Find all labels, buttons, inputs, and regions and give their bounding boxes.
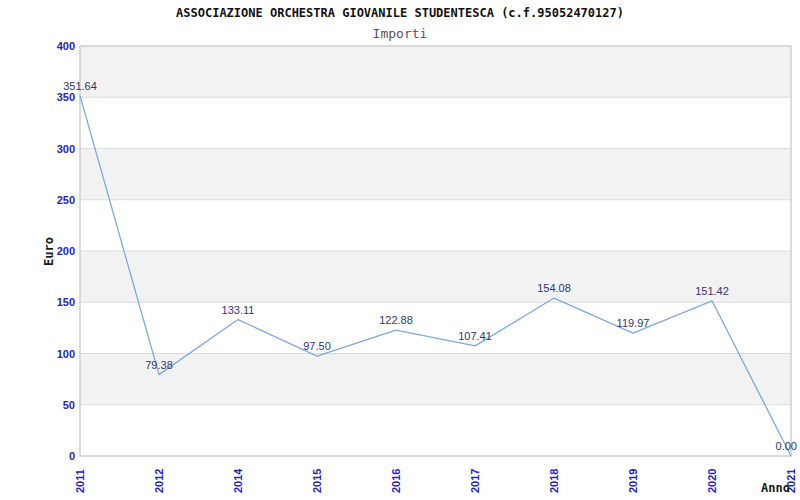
data-point-label: 0.00 (776, 440, 797, 452)
chart-figure: ASSOCIAZIONE ORCHESTRA GIOVANILE STUDENT… (0, 0, 800, 500)
x-tick-label: 2014 (232, 468, 244, 493)
data-point-label: 122.88 (379, 314, 413, 326)
grid-band (80, 251, 791, 302)
y-tick-label: 400 (57, 40, 75, 52)
grid-band (80, 149, 791, 200)
x-tick-label: 2015 (311, 469, 323, 493)
y-tick-label: 100 (57, 348, 75, 360)
data-point-label: 351.64 (63, 80, 97, 92)
x-tick-label: 2018 (548, 469, 560, 493)
grid-band (80, 200, 791, 251)
x-tick-label: 2020 (706, 469, 718, 493)
y-tick-label: 350 (57, 91, 75, 103)
y-tick-label: 150 (57, 296, 75, 308)
grid-band (80, 46, 791, 97)
y-tick-label: 250 (57, 194, 75, 206)
y-tick-label: 200 (57, 245, 75, 257)
y-tick-label: 0 (69, 450, 75, 462)
grid-band (80, 405, 791, 456)
y-tick-label: 50 (63, 399, 75, 411)
line-chart-canvas: 0501001502002503003504002011201220142015… (0, 0, 800, 500)
data-point-label: 107.41 (458, 330, 492, 342)
x-axis-title: Anno (761, 481, 790, 495)
grid-band (80, 302, 791, 353)
y-axis-title: Euro (42, 237, 56, 266)
x-tick-label: 2016 (390, 469, 402, 493)
data-point-label: 119.97 (617, 317, 650, 329)
x-tick-label: 2017 (469, 469, 481, 493)
grid-band (80, 97, 791, 148)
data-point-label: 151.42 (695, 285, 729, 297)
x-tick-label: 2012 (153, 469, 165, 493)
data-point-label: 97.50 (303, 340, 331, 352)
x-tick-label: 2011 (74, 469, 86, 493)
y-tick-label: 300 (57, 143, 75, 155)
data-point-label: 154.08 (537, 282, 571, 294)
x-tick-label: 2019 (627, 469, 639, 493)
grid-band (80, 354, 791, 405)
data-point-label: 133.11 (222, 304, 255, 316)
data-point-label: 79.38 (145, 359, 173, 371)
